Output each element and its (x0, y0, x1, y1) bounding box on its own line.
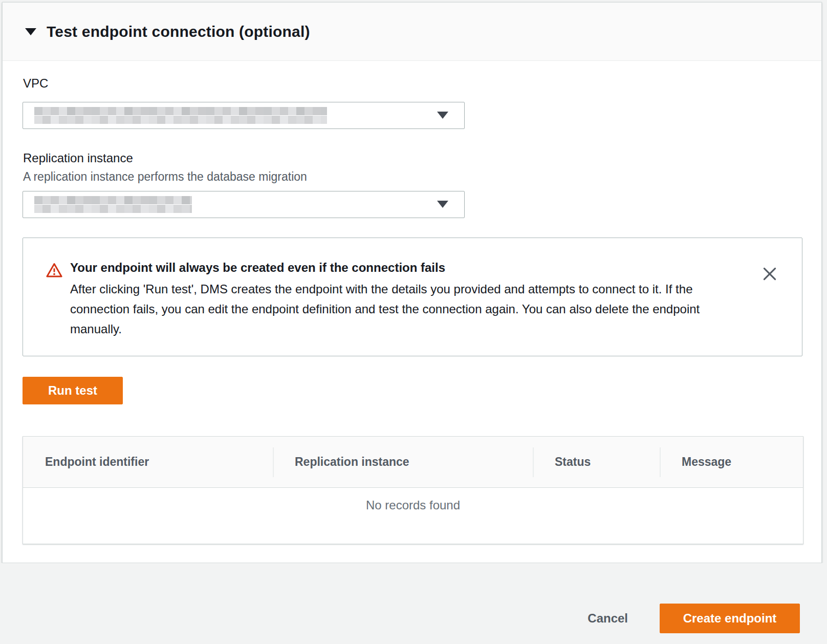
triangle-down-icon (25, 28, 36, 35)
replication-instance-description: A replication instance performs the data… (23, 170, 307, 184)
page: Test endpoint connection (optional) VPC … (0, 0, 827, 644)
warning-triangle-icon (46, 262, 62, 279)
connection-results-table: Endpoint identifier Replication instance… (23, 436, 803, 544)
close-icon (761, 265, 778, 283)
vpc-select[interactable] (23, 102, 465, 129)
vpc-label: VPC (23, 76, 48, 91)
replication-instance-select[interactable] (23, 191, 465, 218)
section-title: Test endpoint connection (optional) (47, 23, 310, 40)
section-header-toggle[interactable]: Test endpoint connection (optional) (3, 3, 821, 61)
replication-instance-label: Replication instance (23, 151, 133, 165)
create-endpoint-button[interactable]: Create endpoint (660, 604, 800, 633)
dismiss-warning-button[interactable] (759, 263, 780, 285)
warning-title: Your endpoint will always be created eve… (70, 261, 735, 275)
chevron-down-icon (437, 201, 448, 208)
redacted-vpc-value (34, 107, 327, 124)
chevron-down-icon (437, 112, 448, 119)
redacted-replication-instance-value (34, 196, 192, 213)
empty-state-text: No records found (23, 488, 803, 512)
run-test-button[interactable]: Run test (23, 377, 123, 404)
table-header-row: Endpoint identifier Replication instance… (23, 437, 803, 488)
column-header-message: Message (660, 455, 803, 469)
column-header-replication-instance: Replication instance (273, 455, 533, 469)
test-endpoint-connection-panel: Test endpoint connection (optional) VPC … (2, 2, 822, 563)
column-header-status: Status (533, 455, 660, 469)
warning-body: After clicking 'Run test', DMS creates t… (70, 279, 735, 339)
warning-banner: Your endpoint will always be created eve… (23, 238, 802, 356)
column-header-endpoint-identifier: Endpoint identifier (23, 455, 273, 469)
footer-action-bar: Cancel Create endpoint (0, 563, 827, 644)
cancel-button[interactable]: Cancel (587, 611, 628, 626)
